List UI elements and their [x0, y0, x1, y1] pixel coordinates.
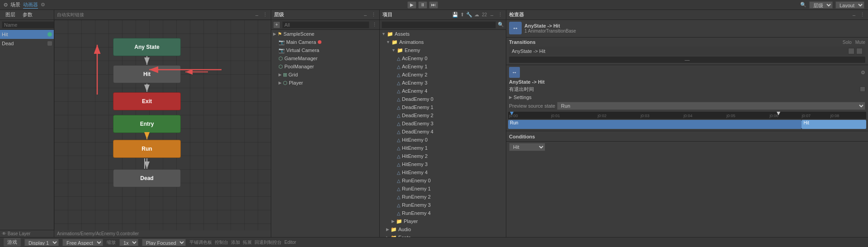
- transition-gear-icon[interactable]: ⚙: [861, 70, 865, 76]
- exit-time-checkbox[interactable]: [860, 86, 865, 92]
- editor-label[interactable]: 回退到制控台: [255, 239, 282, 246]
- project-item-assets[interactable]: ▼ 📁 Assets: [380, 30, 506, 38]
- hierarchy-minimize-icon[interactable]: –: [362, 12, 368, 18]
- ruler-tick-0: j0:00: [509, 114, 518, 118]
- project-item-hitenemy2[interactable]: △ HitEnemy 2: [380, 152, 506, 160]
- aspect-dropdown[interactable]: Free Aspect: [62, 239, 103, 246]
- condition-dropdown[interactable]: Hit: [509, 143, 545, 151]
- focus-dropdown[interactable]: Play Focused: [142, 239, 186, 246]
- layer-dead[interactable]: Dead: [0, 39, 54, 48]
- tab-params[interactable]: 参数: [20, 11, 35, 18]
- animator-tab[interactable]: 动画器: [23, 1, 38, 9]
- hierarchy-search[interactable]: [282, 21, 369, 28]
- settings-header[interactable]: ▶ Settings: [506, 94, 868, 101]
- layer-hit[interactable]: Hit: [0, 30, 54, 39]
- inspector-minimize-icon[interactable]: –: [851, 12, 857, 18]
- state-dead[interactable]: Dead: [113, 169, 181, 187]
- inspector-menu-icon[interactable]: ⋮: [859, 12, 865, 18]
- add-hierarchy-button[interactable]: +: [273, 21, 280, 28]
- layers-dropdown[interactable]: 层级: [809, 1, 833, 9]
- transition-minus[interactable]: —: [509, 57, 865, 63]
- project-item-deadenemy4[interactable]: △ DeadEnemy 4: [380, 128, 506, 136]
- hierarchy-item-gamemanager[interactable]: ⬡ GameManager: [271, 54, 379, 62]
- project-menu-icon[interactable]: ⋮: [497, 12, 503, 18]
- extend-label[interactable]: 拓展: [243, 239, 252, 246]
- state-hit[interactable]: Hit: [113, 65, 181, 83]
- project-item-acenemy0[interactable]: △ AcEnemy 0: [380, 54, 506, 62]
- hierarchy-item-poolmanager[interactable]: ⬡ PoolManager: [271, 62, 379, 71]
- transition-solo-check[interactable]: [848, 48, 854, 54]
- project-item-deadenemy1[interactable]: △ DeadEnemy 1: [380, 103, 506, 111]
- project-item-runenemy4[interactable]: △ RunEnemy 4: [380, 209, 506, 217]
- scene-tab[interactable]: 场景: [10, 1, 20, 8]
- hierarchy-menu-icon[interactable]: ⋮: [370, 12, 377, 18]
- project-item-hitenemy3[interactable]: △ HitEnemy 3: [380, 160, 506, 168]
- project-item-audio[interactable]: ▶ 📁 Audio: [380, 225, 506, 233]
- player-folder-icon: 📁: [396, 218, 402, 224]
- scale-dropdown[interactable]: 1x: [119, 239, 138, 246]
- preview-source-dropdown[interactable]: Run: [557, 102, 865, 110]
- acenemy2-icon: △: [397, 72, 401, 77]
- transition-item[interactable]: AnyState -> Hit: [509, 47, 865, 56]
- project-item-hitenemy1[interactable]: △ HitEnemy 1: [380, 144, 506, 152]
- bottom-bar-game: 游戏: [4, 238, 21, 247]
- project-item-animations[interactable]: ▼ 📁 Animations: [380, 38, 506, 46]
- console-label[interactable]: 控制台: [215, 239, 228, 246]
- settings-label: Settings: [514, 95, 532, 100]
- project-search[interactable]: [382, 21, 496, 28]
- state-any-state[interactable]: Any State: [113, 38, 181, 56]
- project-item-enemy[interactable]: ▼ 📁 Enemy: [380, 46, 506, 54]
- play-button[interactable]: ▶: [407, 1, 416, 9]
- state-exit[interactable]: Exit: [113, 92, 181, 110]
- project-toolbar: 🔍: [380, 20, 506, 30]
- animator-minimize-icon[interactable]: –: [254, 12, 260, 18]
- preview-source-label: Preview source state: [509, 103, 555, 109]
- next-button[interactable]: ⏭: [429, 1, 438, 9]
- project-item-fonts[interactable]: ▶ 📁 Fonts: [380, 233, 506, 237]
- hierarchy-item-maincamera[interactable]: 📷 Main Camera: [271, 38, 379, 46]
- project-item-acenemy2[interactable]: △ AcEnemy 2: [380, 71, 506, 79]
- hitenemy0-icon: △: [397, 138, 401, 142]
- project-item-runenemy0[interactable]: △ RunEnemy 0: [380, 176, 506, 185]
- project-minimize-icon[interactable]: –: [489, 12, 495, 18]
- layout-dropdown[interactable]: Layout: [835, 1, 864, 9]
- layer-search[interactable]: [2, 21, 54, 28]
- add-label[interactable]: 添加: [231, 239, 240, 246]
- display-dropdown[interactable]: Display 1: [24, 239, 59, 246]
- project-item-hitenemy4[interactable]: △ HitEnemy 4: [380, 168, 506, 176]
- game-label[interactable]: 游戏: [4, 238, 21, 247]
- palette-label[interactable]: 平铺调色板: [189, 239, 212, 246]
- animator-canvas[interactable]: Any State Hit Exit Entry Run Dead: [54, 20, 271, 230]
- transition-mute-check[interactable]: [856, 48, 863, 54]
- has-exit-time-check[interactable]: [860, 86, 865, 93]
- project-search-icon[interactable]: 🔍: [498, 22, 504, 28]
- hierarchy-item-grid[interactable]: ▶ ⊞ Grid: [271, 71, 379, 79]
- hierarchy-item-player[interactable]: ▶ ⬡ Player: [271, 79, 379, 87]
- project-item-runenemy2[interactable]: △ RunEnemy 2: [380, 193, 506, 201]
- tab-scene[interactable]: 图层: [3, 11, 18, 18]
- editor-label2[interactable]: Editor: [284, 240, 296, 245]
- poolmanager-label: PoolManager: [284, 64, 314, 69]
- project-item-hitenemy0[interactable]: △ HitEnemy 0: [380, 136, 506, 144]
- hierarchy-extra-icon[interactable]: ⋮: [371, 22, 377, 28]
- hierarchy-item-virtualcamera[interactable]: 📷 Virtual Camera: [271, 46, 379, 54]
- pause-button[interactable]: ⏸: [418, 1, 427, 9]
- state-run[interactable]: Run: [113, 140, 181, 158]
- project-item-runenemy3[interactable]: △ RunEnemy 3: [380, 201, 506, 209]
- project-item-deadenemy3[interactable]: △ DeadEnemy 3: [380, 119, 506, 128]
- project-item-deadenemy0[interactable]: △ DeadEnemy 0: [380, 95, 506, 103]
- project-item-acenemy3[interactable]: △ AcEnemy 3: [380, 79, 506, 87]
- project-item-acenemy1[interactable]: △ AcEnemy 1: [380, 62, 506, 71]
- base-layer-label: Base Layer: [8, 231, 31, 236]
- project-item-acenemy4[interactable]: △ AcEnemy 4: [380, 87, 506, 95]
- hitenemy3-label: HitEnemy 3: [402, 162, 428, 167]
- hierarchy-panel-icons: – ⋮: [362, 12, 377, 18]
- project-item-player[interactable]: ▶ 📁 Player: [380, 217, 506, 225]
- hierarchy-item-samplescene[interactable]: ▶ ⚑ SampleScene: [271, 30, 379, 38]
- acenemy3-label: AcEnemy 3: [402, 80, 427, 86]
- state-entry[interactable]: Entry: [113, 115, 181, 133]
- animator-menu-icon[interactable]: ⋮: [262, 12, 268, 18]
- project-item-runenemy1[interactable]: △ RunEnemy 1: [380, 185, 506, 193]
- hierarchy-title: 层级: [274, 11, 284, 18]
- project-item-deadenemy2[interactable]: △ DeadEnemy 2: [380, 111, 506, 119]
